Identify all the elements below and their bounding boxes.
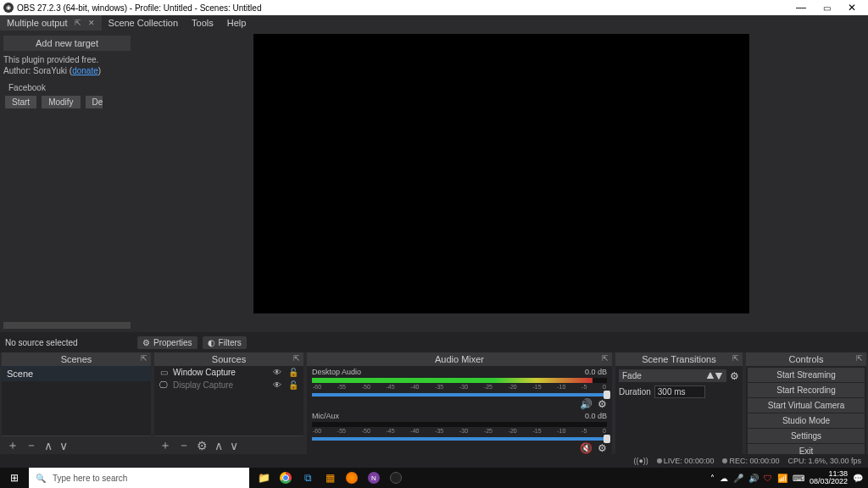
preview-area — [134, 30, 868, 332]
scenes-title: Scenes — [61, 354, 92, 364]
popout-icon[interactable]: ⇱ — [602, 354, 609, 363]
tray-mic-icon[interactable]: 🎤 — [733, 474, 743, 483]
taskbar-obs-icon[interactable] — [387, 469, 405, 486]
source-down-button[interactable]: ∨ — [230, 439, 238, 452]
close-icon[interactable]: ✕ — [88, 19, 95, 27]
visibility-toggle-icon[interactable]: 👁 — [273, 368, 285, 377]
window-close-button[interactable] — [839, 2, 865, 14]
windows-taskbar: ⊞ 🔍 Type here to search 📁 ⧉ ▦ N ˄ ☁ 🎤 🔊 … — [0, 468, 868, 488]
broadcast-icon: ((●)) — [633, 457, 648, 465]
taskbar-sublime-icon[interactable]: ▦ — [320, 469, 339, 486]
channel-settings-button[interactable]: ⚙ — [598, 398, 607, 410]
source-add-button[interactable]: ＋ — [159, 438, 171, 453]
visibility-toggle-icon[interactable]: 👁 — [273, 380, 285, 390]
transition-settings-button[interactable]: ⚙ — [730, 370, 739, 382]
rec-status: REC: 00:00:00 — [729, 457, 779, 465]
menu-bar: Multiple output ⇱ ✕ Scene Collection Too… — [0, 15, 868, 30]
control-button-settings[interactable]: Settings — [748, 429, 865, 443]
properties-button[interactable]: ⚙Properties — [137, 336, 198, 349]
mixer-channel: Desktop Audio0.0 dB-60-55-50-45-40-35-30… — [307, 366, 612, 410]
taskbar-chrome-icon[interactable] — [276, 469, 295, 486]
control-button-start-virtual-camera[interactable]: Start Virtual Camera — [748, 398, 865, 413]
tray-security-icon[interactable]: 🛡 — [764, 474, 772, 483]
menu-help[interactable]: Help — [220, 15, 253, 30]
controls-title: Controls — [789, 354, 824, 364]
transition-select[interactable]: Fade⯅⯆ — [619, 369, 726, 382]
pin-icon[interactable]: ⇱ — [75, 19, 81, 27]
control-button-exit[interactable]: Exit — [748, 444, 865, 454]
duration-label: Duration — [619, 387, 651, 396]
volume-slider[interactable] — [312, 437, 607, 441]
preview-canvas[interactable] — [253, 34, 749, 313]
panel-scrollbar[interactable] — [3, 322, 131, 329]
menu-tools[interactable]: Tools — [185, 15, 220, 30]
mute-icon[interactable]: 🔇 — [580, 442, 593, 454]
search-icon: 🔍 — [36, 474, 46, 483]
volume-slider[interactable] — [312, 393, 607, 396]
channel-settings-button[interactable]: ⚙ — [598, 442, 607, 454]
plugin-info: This plugin provided free. Author: SoraY… — [3, 54, 131, 76]
menu-scene-collection[interactable]: Scene Collection — [102, 15, 186, 30]
tray-wifi-icon[interactable]: 📶 — [777, 474, 787, 483]
scene-add-button[interactable]: ＋ — [7, 438, 19, 453]
source-toolbar: No source selected ⚙Properties ◐Filters — [0, 332, 868, 352]
window-minimize-button[interactable] — [788, 2, 814, 14]
filters-button[interactable]: ◐Filters — [203, 336, 247, 349]
scene-up-button[interactable]: ∧ — [44, 439, 53, 452]
taskbar-search[interactable]: 🔍 Type here to search — [29, 468, 249, 488]
lock-toggle-icon[interactable]: 🔓 — [288, 380, 300, 390]
fb-start-button[interactable]: Start — [5, 96, 36, 108]
control-button-start-recording[interactable]: Start Recording — [748, 383, 865, 397]
popout-icon[interactable]: ⇱ — [141, 354, 147, 363]
tray-notifications-icon[interactable]: 💬 — [853, 474, 863, 483]
control-button-studio-mode[interactable]: Studio Mode — [748, 413, 865, 428]
source-item[interactable]: ▭Window Capture👁🔓 — [154, 366, 303, 379]
multiple-output-label: Multiple output — [7, 18, 68, 28]
fb-modify-button[interactable]: Modify — [42, 96, 80, 108]
taskbar-clock[interactable]: 11:38 08/03/2022 — [810, 470, 848, 485]
taskbar-firefox-icon[interactable] — [342, 469, 361, 486]
source-name: Display Capture — [173, 380, 270, 390]
scene-item[interactable]: Scene — [2, 366, 151, 381]
source-item[interactable]: 🖵Display Capture👁🔓 — [154, 379, 303, 391]
donate-link[interactable]: donate — [72, 66, 98, 75]
channel-db: 0.0 dB — [585, 412, 607, 420]
speaker-icon[interactable]: 🔊 — [580, 398, 593, 410]
obs-icon: ◉ — [3, 3, 14, 13]
scene-down-button[interactable]: ∨ — [59, 439, 68, 452]
channel-name: Mic/Aux — [312, 412, 339, 420]
popout-icon[interactable]: ⇱ — [293, 354, 300, 363]
mixer-title: Audio Mixer — [435, 354, 484, 364]
mixer-channel: Mic/Aux0.0 dB-60-55-50-45-40-35-30-25-20… — [307, 410, 612, 454]
duration-input[interactable] — [654, 385, 705, 398]
docks-row: Scenes⇱ Scene ＋ － ∧ ∨ Sources⇱ ▭Window C… — [0, 352, 868, 454]
scene-remove-button[interactable]: － — [25, 438, 37, 453]
popout-icon[interactable]: ⇱ — [856, 354, 863, 363]
tray-cloud-icon[interactable]: ☁ — [720, 474, 728, 483]
multiple-output-tab[interactable]: Multiple output ⇱ ✕ — [0, 15, 102, 30]
source-up-button[interactable]: ∧ — [214, 439, 223, 452]
audio-meter — [312, 422, 607, 427]
taskbar-explorer-icon[interactable]: 📁 — [254, 469, 273, 486]
facebook-target-label: Facebook — [3, 83, 131, 92]
taskbar-vscode-icon[interactable]: ⧉ — [298, 469, 317, 486]
lock-toggle-icon[interactable]: 🔓 — [288, 368, 300, 377]
source-settings-button[interactable]: ⚙ — [197, 439, 208, 452]
source-remove-button[interactable]: － — [178, 438, 190, 453]
tray-chevron-up-icon[interactable]: ˄ — [710, 474, 715, 483]
control-button-start-streaming[interactable]: Start Streaming — [748, 368, 865, 382]
fb-delete-button[interactable]: De — [86, 96, 103, 108]
gear-icon: ⚙ — [142, 338, 150, 347]
sources-dock: Sources⇱ ▭Window Capture👁🔓🖵Display Captu… — [154, 352, 303, 454]
audio-mixer-dock: Audio Mixer⇱ Desktop Audio0.0 dB-60-55-5… — [307, 352, 612, 454]
live-status: LIVE: 00:00:00 — [664, 457, 715, 465]
taskbar-app-icon[interactable]: N — [364, 469, 383, 486]
no-source-label: No source selected — [5, 338, 132, 347]
source-type-icon: 🖵 — [158, 380, 170, 390]
popout-icon[interactable]: ⇱ — [732, 354, 739, 363]
window-maximize-button[interactable] — [814, 3, 839, 13]
tray-volume-icon[interactable]: 🔊 — [748, 474, 759, 483]
add-new-target-button[interactable]: Add new target — [3, 36, 131, 51]
start-button[interactable]: ⊞ — [0, 472, 29, 484]
tray-language-icon[interactable]: ⌨ — [793, 474, 804, 483]
